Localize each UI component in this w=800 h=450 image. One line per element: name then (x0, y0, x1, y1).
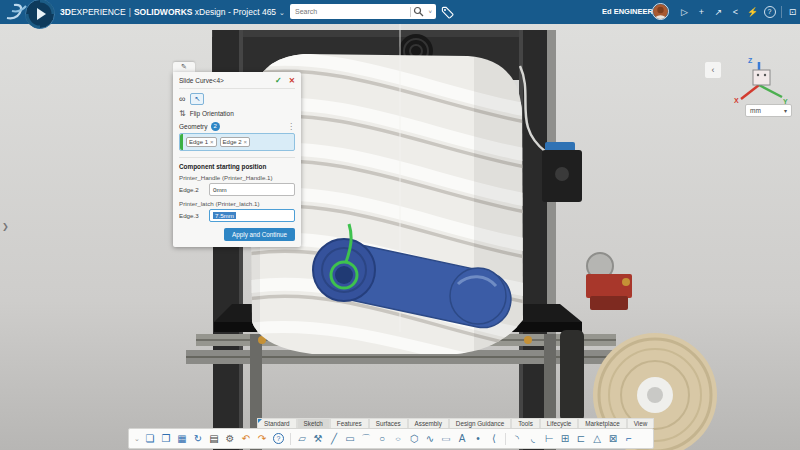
edge2-value-input[interactable]: 0mm (209, 183, 295, 196)
spline-icon[interactable]: ∿ (422, 431, 438, 446)
geometry-selection-box[interactable]: Edge 1 × Edge 2 × (179, 133, 295, 151)
geometry-label: Geometry (179, 123, 208, 130)
ellipse-icon[interactable]: ○ (390, 434, 406, 443)
chip-remove-icon[interactable]: × (210, 139, 214, 145)
rectangle-icon[interactable]: ▭ (342, 431, 358, 446)
print3d-icon[interactable]: ▤ (206, 431, 222, 446)
selection-cursor-icon[interactable]: ↖ (190, 93, 204, 105)
action-bar-tab[interactable]: Standard (257, 418, 297, 428)
arc-icon[interactable]: ⌒ (358, 431, 374, 446)
chip-remove-icon[interactable]: × (244, 139, 248, 145)
component-name-a: Printer_Handle (Printer_Handle.1) (179, 174, 295, 181)
action-bar-tab[interactable]: Sketch (297, 418, 330, 428)
selection-chip[interactable]: Edge 2 × (220, 137, 251, 147)
global-search[interactable]: ˅ (290, 4, 436, 19)
6wtags-icon[interactable] (441, 5, 454, 23)
quick-tools-icon[interactable]: ⚒ (310, 431, 326, 446)
starting-position-section-title: Component starting position (179, 157, 295, 170)
apply-and-continue-button[interactable]: Apply and Continue (224, 228, 295, 241)
offset-icon[interactable]: ⊏ (573, 431, 589, 446)
flip-orientation-icon: ⇅ (179, 109, 186, 118)
top-bar: 3DEXPERIENCE|SOLIDWORKS xDesign - Projec… (0, 0, 800, 24)
action-bar-tab[interactable]: Surfaces (369, 418, 408, 428)
search-icon[interactable] (413, 6, 424, 17)
user-avatar[interactable] (652, 3, 669, 20)
save-icon[interactable]: ▦ (174, 431, 190, 446)
fullscreen-icon[interactable]: ⊡ (784, 0, 800, 24)
cancel-x-icon[interactable]: ✕ (289, 76, 295, 85)
units-value: mm (750, 107, 761, 114)
derive-component-icon[interactable]: ❐ (158, 431, 174, 446)
units-dropdown[interactable]: mm ▾ (745, 104, 792, 117)
polygon-icon[interactable]: ⬡ (406, 431, 422, 446)
circle-icon[interactable]: ○ (374, 431, 390, 446)
confirm-check-icon[interactable]: ✓ (275, 76, 282, 85)
title-caret-icon[interactable]: ⌄ (279, 9, 285, 16)
toolbar-divider[interactable] (505, 433, 506, 445)
panel-attach-icon[interactable]: ✎ (173, 62, 195, 72)
add-content-icon[interactable]: + (693, 0, 710, 24)
topbar-icons: ▷+↗<⚡?⊡ (676, 0, 800, 24)
toolbar-divider[interactable] (290, 433, 291, 445)
collaborate-icon[interactable]: < (727, 0, 744, 24)
undo-icon[interactable]: ↶ (238, 431, 254, 446)
axis-z-label: Z (748, 57, 753, 64)
trim-icon[interactable]: ⟨ (486, 431, 502, 446)
help-tool-icon[interactable]: ? (273, 433, 284, 444)
mirror-icon[interactable]: △ (589, 431, 605, 446)
geometry-count-badge: 2 (211, 122, 220, 131)
play-marker-icon[interactable]: ▷ (676, 0, 693, 24)
viewport-3d-scene[interactable] (0, 24, 800, 450)
search-input[interactable] (290, 8, 410, 15)
selection-chip[interactable]: Edge 1 × (186, 137, 217, 147)
units-caret-icon: ▾ (784, 107, 787, 114)
collapse-right-panel-chevron-icon[interactable]: ‹ (705, 62, 721, 78)
flip-orientation-label: Flip Orientation (190, 110, 234, 117)
point-icon[interactable]: • (470, 431, 486, 446)
action-bar-tab[interactable]: View (627, 418, 655, 428)
collapse-toolbar-chevron[interactable]: ⌄ (132, 431, 142, 446)
settings-gear-icon[interactable]: ⚙ (222, 431, 238, 446)
app-title[interactable]: 3DEXPERIENCE|SOLIDWORKS xDesign - Projec… (60, 0, 285, 24)
sketch-plane-icon[interactable]: ▱ (294, 431, 310, 446)
assistant-icon[interactable]: ⚡ (744, 0, 761, 24)
share-icon[interactable]: ↗ (710, 0, 727, 24)
brand-experience: EXPERIENCE (71, 7, 126, 17)
slide-curve-dialog: ✎ Slide Curve<4> ✓ ✕ ∞ ↖ ⇅ Flip Orientat… (173, 62, 301, 247)
line-icon[interactable]: ╱ (326, 431, 342, 446)
text-icon[interactable]: A (454, 431, 470, 446)
brand-solidworks: SOLIDWORKS (134, 7, 193, 17)
action-bar-tab[interactable]: Tools (511, 418, 540, 428)
mate-type-icon[interactable]: ∞ (179, 94, 185, 104)
search-scope-caret-icon[interactable]: ˅ (428, 9, 432, 15)
expand-left-panel-chevron-icon[interactable]: ❯ (2, 222, 9, 231)
redo-icon[interactable]: ↷ (254, 431, 270, 446)
fillet-icon[interactable]: ◝ (509, 431, 525, 446)
project-curve-icon[interactable]: ⌐ (621, 431, 637, 446)
stepper-motor[interactable] (542, 142, 582, 202)
action-bar-tab[interactable]: Marketplace (578, 418, 626, 428)
project-title[interactable]: xDesign - Project 465 (195, 7, 276, 17)
relations-icon[interactable]: ⊢ (541, 431, 557, 446)
update-icon[interactable]: ↻ (190, 431, 206, 446)
edge3-label: Edge.3 (179, 212, 205, 219)
action-bar-tab[interactable]: Lifecycle (540, 418, 579, 428)
insert-component-icon[interactable]: ❏ (142, 431, 158, 446)
action-bar-tools: ⌄❏❐▦↻▤⚙↶↷?▱⚒╱▭⌒○○⬡∿▭A•⟨◝◟⊢⊞⊏△⊠⌐ (128, 428, 654, 449)
pattern-icon[interactable]: ⊞ (557, 431, 573, 446)
3dexperience-compass-icon[interactable] (24, 0, 56, 34)
edge3-value-input[interactable]: 7.5mm (209, 209, 295, 222)
chamfer-icon[interactable]: ◟ (525, 431, 541, 446)
flip-orientation-button[interactable]: ⇅ Flip Orientation (179, 109, 295, 118)
action-bar-tab[interactable]: Features (330, 418, 369, 428)
action-bar: StandardSketchFeaturesSurfacesAssemblyDe… (128, 418, 654, 449)
slot-icon[interactable]: ▭ (438, 434, 454, 443)
user-name[interactable]: Ed ENGINEER (602, 0, 653, 24)
help-icon[interactable]: ? (761, 0, 778, 24)
convert-entities-icon[interactable]: ⊠ (605, 431, 621, 446)
action-bar-tab[interactable]: Assembly (408, 418, 449, 428)
action-bar-tabs: StandardSketchFeaturesSurfacesAssemblyDe… (257, 418, 654, 428)
action-bar-tab[interactable]: Design Guidance (449, 418, 511, 428)
brand-3d: 3D (60, 7, 71, 17)
geometry-menu-icon[interactable]: ⋮ (287, 122, 295, 131)
